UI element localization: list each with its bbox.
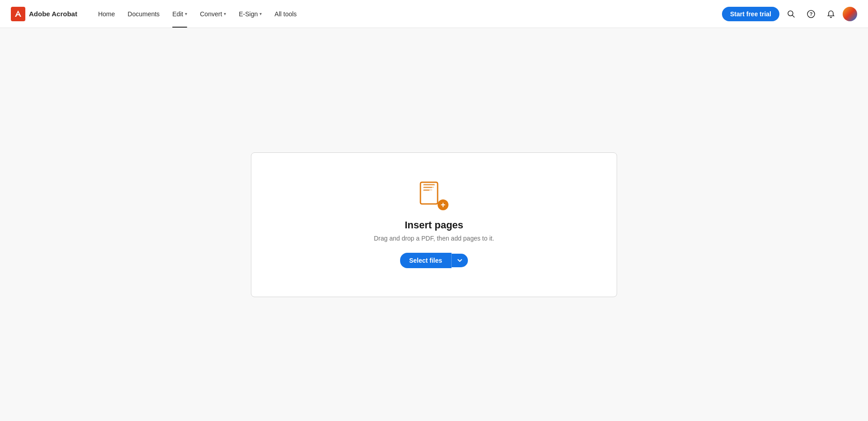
- header-actions: Start free trial ?: [722, 6, 857, 22]
- nav-documents[interactable]: Documents: [121, 0, 166, 28]
- nav-all-tools[interactable]: All tools: [268, 0, 303, 28]
- select-files-button[interactable]: Select files: [400, 253, 452, 268]
- chevron-down-icon: [457, 258, 462, 263]
- edit-chevron-icon: ▾: [185, 11, 187, 16]
- svg-rect-6: [423, 187, 432, 188]
- svg-rect-7: [423, 189, 429, 191]
- acrobat-logo-icon: [11, 7, 25, 21]
- search-icon: [787, 10, 795, 18]
- nav-convert[interactable]: Convert ▾: [193, 0, 232, 28]
- app-name: Adobe Acrobat: [29, 10, 77, 18]
- nav-home[interactable]: Home: [92, 0, 121, 28]
- insert-pages-title: Insert pages: [405, 219, 463, 231]
- logo[interactable]: Adobe Acrobat: [11, 7, 77, 21]
- start-trial-button[interactable]: Start free trial: [722, 7, 779, 21]
- select-files-group: Select files: [400, 253, 468, 268]
- main-content: + Insert pages Drag and drop a PDF, then…: [0, 28, 868, 421]
- convert-chevron-icon: ▾: [224, 11, 226, 16]
- nav-edit[interactable]: Edit ▾: [166, 0, 193, 28]
- user-avatar[interactable]: [843, 7, 857, 21]
- help-button[interactable]: ?: [803, 6, 819, 22]
- plus-badge-icon: +: [438, 199, 448, 210]
- help-icon: ?: [807, 10, 815, 18]
- main-nav: Home Documents Edit ▾ Convert ▾ E-Sign ▾…: [92, 0, 303, 28]
- app-header: Adobe Acrobat Home Documents Edit ▾ Conv…: [0, 0, 868, 28]
- svg-rect-4: [420, 182, 438, 204]
- svg-line-1: [793, 15, 795, 17]
- insert-pages-icon-wrapper: +: [420, 181, 448, 210]
- nav-esign[interactable]: E-Sign ▾: [232, 0, 268, 28]
- insert-pages-subtitle: Drag and drop a PDF, then add pages to i…: [374, 235, 494, 242]
- select-files-dropdown-button[interactable]: [452, 254, 468, 267]
- search-button[interactable]: [783, 6, 799, 22]
- notifications-button[interactable]: [823, 6, 839, 22]
- bell-icon: [827, 10, 835, 18]
- svg-text:?: ?: [810, 11, 813, 17]
- drop-zone[interactable]: + Insert pages Drag and drop a PDF, then…: [251, 152, 617, 297]
- esign-chevron-icon: ▾: [259, 11, 262, 16]
- svg-rect-5: [423, 184, 435, 185]
